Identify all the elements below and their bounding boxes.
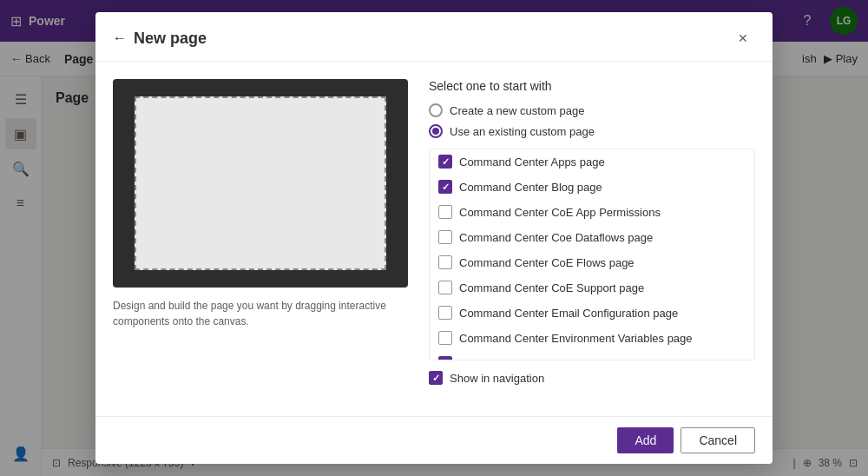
checkbox-6[interactable]: [438, 306, 452, 320]
list-item[interactable]: Command Center CoE Support page: [430, 275, 754, 301]
show-in-navigation-checkbox[interactable]: [429, 371, 443, 385]
modal-overlay: ← New page ✕ Design and build the page y…: [0, 0, 868, 476]
item-label-8: Command Center Learn page: [459, 357, 608, 360]
modal-back-button[interactable]: ←: [113, 30, 127, 46]
item-label-1: Command Center Blog page: [459, 181, 602, 194]
list-item[interactable]: Command Center CoE Flows page: [430, 250, 754, 275]
checkbox-8[interactable]: [438, 356, 452, 360]
checkbox-7[interactable]: [438, 331, 452, 345]
radio-label-custom: Create a new custom page: [450, 104, 584, 117]
preview-panel: Design and build the page you want by dr…: [113, 79, 408, 399]
checkbox-2[interactable]: [438, 205, 452, 219]
list-item[interactable]: Command Center CoE App Permissions: [430, 200, 754, 225]
show-in-navigation-label: Show in navigation: [450, 372, 544, 385]
item-label-4: Command Center CoE Flows page: [459, 256, 635, 269]
radio-label-existing: Use an existing custom page: [450, 125, 595, 138]
checkbox-5[interactable]: [438, 281, 452, 294]
options-panel: Select one to start with Create a new cu…: [429, 79, 755, 399]
radio-item-custom[interactable]: Create a new custom page: [429, 103, 755, 117]
checklist-wrapper: Command Center Apps page Command Center …: [429, 149, 755, 360]
checkbox-3[interactable]: [438, 230, 452, 244]
preview-description: Design and build the page you want by dr…: [113, 298, 408, 329]
radio-circle-custom: [429, 103, 443, 117]
item-label-2: Command Center CoE App Permissions: [459, 206, 661, 219]
canvas-preview: [113, 79, 408, 288]
checkbox-0[interactable]: [438, 155, 452, 169]
radio-group: Create a new custom page Use an existing…: [429, 103, 755, 138]
canvas-inner: [135, 96, 386, 270]
checkbox-4[interactable]: [438, 255, 452, 269]
checklist-scroll[interactable]: Command Center Apps page Command Center …: [430, 149, 754, 360]
select-label: Select one to start with: [429, 79, 755, 93]
add-button[interactable]: Add: [617, 427, 674, 453]
new-page-modal: ← New page ✕ Design and build the page y…: [95, 12, 773, 464]
modal-body: Design and build the page you want by dr…: [95, 62, 773, 416]
list-item[interactable]: Command Center Learn page: [430, 351, 754, 360]
modal-header: ← New page ✕: [95, 12, 773, 62]
modal-footer: Add Cancel: [95, 416, 773, 464]
list-item[interactable]: Command Center Email Configuration page: [430, 301, 754, 326]
modal-close-button[interactable]: ✕: [731, 26, 755, 50]
radio-circle-existing: [429, 124, 443, 138]
radio-item-existing[interactable]: Use an existing custom page: [429, 124, 755, 138]
item-label-0: Command Center Apps page: [459, 155, 605, 169]
item-label-7: Command Center Environment Variables pag…: [459, 332, 693, 345]
list-item[interactable]: Command Center Coe Dataflows page: [430, 225, 754, 250]
cancel-button[interactable]: Cancel: [681, 427, 755, 453]
item-label-6: Command Center Email Configuration page: [459, 307, 678, 320]
list-item[interactable]: Command Center Blog page: [430, 175, 754, 200]
item-label-3: Command Center Coe Dataflows page: [459, 231, 653, 244]
show-in-navigation-row: Show in navigation: [429, 371, 755, 385]
checkbox-1[interactable]: [438, 180, 452, 194]
item-label-5: Command Center CoE Support page: [459, 281, 644, 294]
list-item[interactable]: Command Center Apps page: [430, 149, 754, 175]
list-item[interactable]: Command Center Environment Variables pag…: [430, 326, 754, 351]
modal-title: New page: [134, 30, 207, 48]
